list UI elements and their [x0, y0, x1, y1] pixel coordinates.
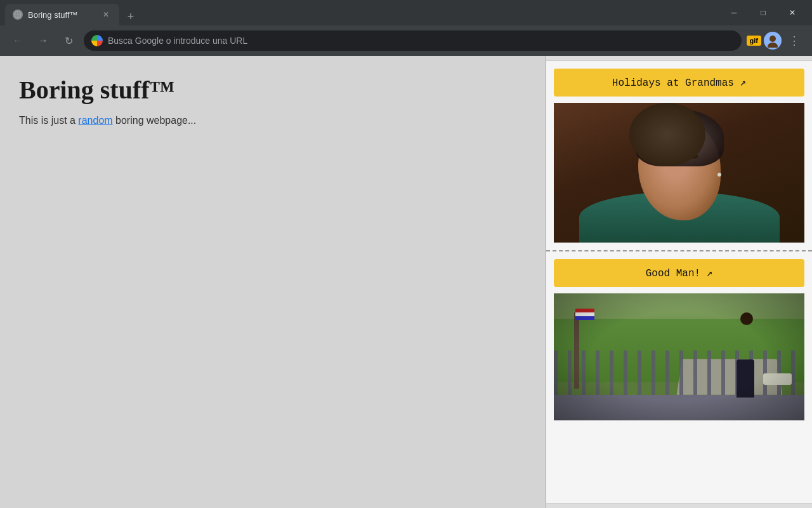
scroll-bottom-indicator — [546, 503, 812, 508]
toolbar-right: gif ⋮ — [747, 30, 804, 51]
gif-extension-badge[interactable]: gif — [747, 36, 761, 46]
back-button[interactable]: ← — [8, 30, 28, 51]
forward-button[interactable]: → — [33, 30, 53, 51]
tab-favicon — [13, 10, 23, 20]
goodman-image — [554, 293, 804, 420]
page-body-text: This is just a random boring webpage... — [19, 115, 527, 126]
new-tab-button[interactable]: + — [122, 8, 140, 25]
profile-avatar[interactable] — [764, 32, 782, 50]
google-favicon-icon — [91, 35, 103, 46]
chrome-addressbar: ← → ↻ Busca Google o introduce una URL g… — [0, 25, 812, 56]
svg-point-3 — [769, 36, 776, 42]
minimize-button[interactable]: ─ — [719, 0, 749, 25]
random-link[interactable]: random — [78, 115, 112, 126]
popup-scroll-area[interactable]: Holidays at Grandmas ↗ — [546, 61, 812, 503]
tab-bar: Boring stuff™ ✕ + — [5, 0, 719, 25]
holidays-grandmas-button[interactable]: Holidays at Grandmas ↗ — [554, 69, 804, 97]
address-text: Busca Google o introduce una URL — [108, 36, 734, 46]
active-tab[interactable]: Boring stuff™ ✕ — [5, 4, 119, 25]
popup-panel: Holidays at Grandmas ↗ — [546, 56, 812, 508]
reload-button[interactable]: ↻ — [58, 30, 79, 51]
good-man-button[interactable]: Good Man! ↗ — [554, 259, 804, 287]
popup-section-grandmas: Holidays at Grandmas ↗ — [546, 61, 812, 251]
main-webpage: Boring stuff™ This is just a random bori… — [0, 56, 546, 508]
chrome-titlebar: Boring stuff™ ✕ + ─ □ ✕ — [0, 0, 812, 25]
page-heading: Boring stuff™ — [19, 75, 527, 105]
chrome-menu-button[interactable]: ⋮ — [784, 30, 804, 51]
address-bar[interactable]: Busca Google o introduce una URL — [84, 30, 742, 51]
close-button[interactable]: ✕ — [778, 0, 807, 25]
popup-section-goodman: Good Man! ↗ — [546, 251, 812, 428]
window-controls: ─ □ ✕ — [719, 0, 807, 25]
svg-point-4 — [768, 43, 778, 48]
maximize-button[interactable]: □ — [749, 0, 778, 25]
scroll-top-indicator — [546, 56, 812, 61]
tab-close-button[interactable]: ✕ — [100, 9, 112, 20]
tab-title: Boring stuff™ — [28, 10, 95, 20]
page-content: Boring stuff™ This is just a random bori… — [0, 56, 812, 508]
grandmas-image — [554, 103, 804, 243]
